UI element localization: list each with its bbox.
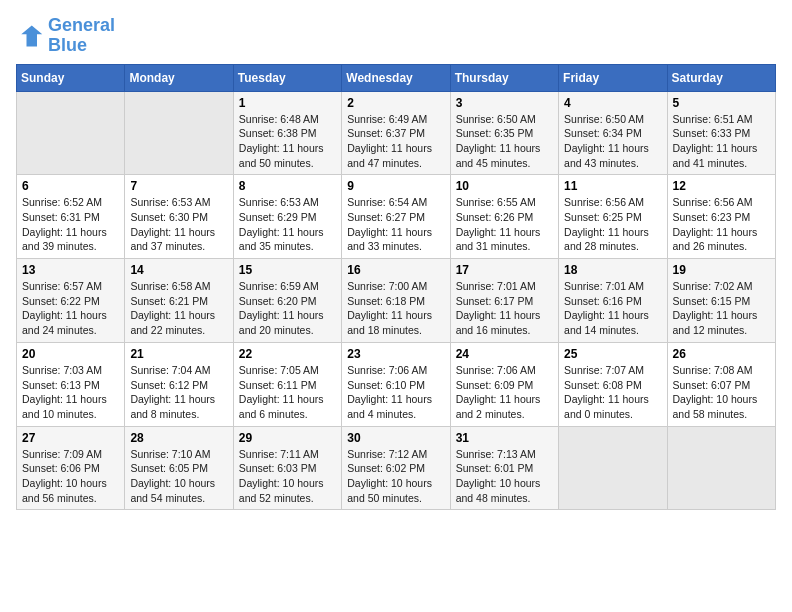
day-number: 4 — [564, 96, 661, 110]
calendar-cell — [667, 426, 775, 510]
calendar-cell: 30Sunrise: 7:12 AMSunset: 6:02 PMDayligh… — [342, 426, 450, 510]
calendar-cell: 6Sunrise: 6:52 AMSunset: 6:31 PMDaylight… — [17, 175, 125, 259]
calendar-cell: 4Sunrise: 6:50 AMSunset: 6:34 PMDaylight… — [559, 91, 667, 175]
calendar-cell: 19Sunrise: 7:02 AMSunset: 6:15 PMDayligh… — [667, 259, 775, 343]
calendar-cell: 23Sunrise: 7:06 AMSunset: 6:10 PMDayligh… — [342, 342, 450, 426]
day-number: 19 — [673, 263, 770, 277]
calendar-cell — [17, 91, 125, 175]
calendar-cell: 28Sunrise: 7:10 AMSunset: 6:05 PMDayligh… — [125, 426, 233, 510]
day-number: 5 — [673, 96, 770, 110]
day-number: 25 — [564, 347, 661, 361]
calendar-cell: 2Sunrise: 6:49 AMSunset: 6:37 PMDaylight… — [342, 91, 450, 175]
calendar-week-5: 27Sunrise: 7:09 AMSunset: 6:06 PMDayligh… — [17, 426, 776, 510]
calendar-cell: 8Sunrise: 6:53 AMSunset: 6:29 PMDaylight… — [233, 175, 341, 259]
logo: General Blue — [16, 16, 115, 56]
cell-content: Sunrise: 7:05 AMSunset: 6:11 PMDaylight:… — [239, 363, 336, 422]
calendar-header-row: SundayMondayTuesdayWednesdayThursdayFrid… — [17, 64, 776, 91]
header-cell-thursday: Thursday — [450, 64, 558, 91]
day-number: 13 — [22, 263, 119, 277]
cell-content: Sunrise: 7:01 AMSunset: 6:17 PMDaylight:… — [456, 279, 553, 338]
day-number: 6 — [22, 179, 119, 193]
cell-content: Sunrise: 6:50 AMSunset: 6:35 PMDaylight:… — [456, 112, 553, 171]
cell-content: Sunrise: 6:53 AMSunset: 6:29 PMDaylight:… — [239, 195, 336, 254]
calendar-cell: 16Sunrise: 7:00 AMSunset: 6:18 PMDayligh… — [342, 259, 450, 343]
calendar-cell: 12Sunrise: 6:56 AMSunset: 6:23 PMDayligh… — [667, 175, 775, 259]
calendar-cell: 7Sunrise: 6:53 AMSunset: 6:30 PMDaylight… — [125, 175, 233, 259]
calendar-table: SundayMondayTuesdayWednesdayThursdayFrid… — [16, 64, 776, 511]
calendar-cell: 14Sunrise: 6:58 AMSunset: 6:21 PMDayligh… — [125, 259, 233, 343]
calendar-cell: 27Sunrise: 7:09 AMSunset: 6:06 PMDayligh… — [17, 426, 125, 510]
header-cell-tuesday: Tuesday — [233, 64, 341, 91]
cell-content: Sunrise: 7:13 AMSunset: 6:01 PMDaylight:… — [456, 447, 553, 506]
day-number: 10 — [456, 179, 553, 193]
day-number: 21 — [130, 347, 227, 361]
header-cell-monday: Monday — [125, 64, 233, 91]
day-number: 7 — [130, 179, 227, 193]
cell-content: Sunrise: 6:54 AMSunset: 6:27 PMDaylight:… — [347, 195, 444, 254]
cell-content: Sunrise: 6:56 AMSunset: 6:25 PMDaylight:… — [564, 195, 661, 254]
cell-content: Sunrise: 7:03 AMSunset: 6:13 PMDaylight:… — [22, 363, 119, 422]
calendar-week-2: 6Sunrise: 6:52 AMSunset: 6:31 PMDaylight… — [17, 175, 776, 259]
calendar-cell: 15Sunrise: 6:59 AMSunset: 6:20 PMDayligh… — [233, 259, 341, 343]
day-number: 23 — [347, 347, 444, 361]
cell-content: Sunrise: 7:07 AMSunset: 6:08 PMDaylight:… — [564, 363, 661, 422]
day-number: 8 — [239, 179, 336, 193]
calendar-cell: 26Sunrise: 7:08 AMSunset: 6:07 PMDayligh… — [667, 342, 775, 426]
day-number: 11 — [564, 179, 661, 193]
day-number: 28 — [130, 431, 227, 445]
day-number: 20 — [22, 347, 119, 361]
calendar-cell: 21Sunrise: 7:04 AMSunset: 6:12 PMDayligh… — [125, 342, 233, 426]
cell-content: Sunrise: 7:12 AMSunset: 6:02 PMDaylight:… — [347, 447, 444, 506]
calendar-cell: 5Sunrise: 6:51 AMSunset: 6:33 PMDaylight… — [667, 91, 775, 175]
calendar-week-1: 1Sunrise: 6:48 AMSunset: 6:38 PMDaylight… — [17, 91, 776, 175]
calendar-cell: 31Sunrise: 7:13 AMSunset: 6:01 PMDayligh… — [450, 426, 558, 510]
calendar-cell: 18Sunrise: 7:01 AMSunset: 6:16 PMDayligh… — [559, 259, 667, 343]
day-number: 12 — [673, 179, 770, 193]
calendar-cell: 17Sunrise: 7:01 AMSunset: 6:17 PMDayligh… — [450, 259, 558, 343]
cell-content: Sunrise: 6:50 AMSunset: 6:34 PMDaylight:… — [564, 112, 661, 171]
calendar-week-3: 13Sunrise: 6:57 AMSunset: 6:22 PMDayligh… — [17, 259, 776, 343]
day-number: 9 — [347, 179, 444, 193]
logo-icon — [16, 22, 44, 50]
cell-content: Sunrise: 6:57 AMSunset: 6:22 PMDaylight:… — [22, 279, 119, 338]
day-number: 1 — [239, 96, 336, 110]
cell-content: Sunrise: 6:56 AMSunset: 6:23 PMDaylight:… — [673, 195, 770, 254]
day-number: 24 — [456, 347, 553, 361]
header-cell-sunday: Sunday — [17, 64, 125, 91]
page-header: General Blue — [16, 16, 776, 56]
day-number: 22 — [239, 347, 336, 361]
day-number: 16 — [347, 263, 444, 277]
calendar-cell: 3Sunrise: 6:50 AMSunset: 6:35 PMDaylight… — [450, 91, 558, 175]
calendar-cell — [559, 426, 667, 510]
header-cell-wednesday: Wednesday — [342, 64, 450, 91]
day-number: 29 — [239, 431, 336, 445]
cell-content: Sunrise: 6:49 AMSunset: 6:37 PMDaylight:… — [347, 112, 444, 171]
calendar-cell — [125, 91, 233, 175]
header-cell-friday: Friday — [559, 64, 667, 91]
day-number: 3 — [456, 96, 553, 110]
calendar-cell: 24Sunrise: 7:06 AMSunset: 6:09 PMDayligh… — [450, 342, 558, 426]
calendar-cell: 20Sunrise: 7:03 AMSunset: 6:13 PMDayligh… — [17, 342, 125, 426]
day-number: 17 — [456, 263, 553, 277]
cell-content: Sunrise: 7:01 AMSunset: 6:16 PMDaylight:… — [564, 279, 661, 338]
day-number: 26 — [673, 347, 770, 361]
cell-content: Sunrise: 6:58 AMSunset: 6:21 PMDaylight:… — [130, 279, 227, 338]
cell-content: Sunrise: 6:48 AMSunset: 6:38 PMDaylight:… — [239, 112, 336, 171]
cell-content: Sunrise: 7:10 AMSunset: 6:05 PMDaylight:… — [130, 447, 227, 506]
day-number: 18 — [564, 263, 661, 277]
cell-content: Sunrise: 6:53 AMSunset: 6:30 PMDaylight:… — [130, 195, 227, 254]
cell-content: Sunrise: 7:08 AMSunset: 6:07 PMDaylight:… — [673, 363, 770, 422]
calendar-cell: 25Sunrise: 7:07 AMSunset: 6:08 PMDayligh… — [559, 342, 667, 426]
calendar-cell: 9Sunrise: 6:54 AMSunset: 6:27 PMDaylight… — [342, 175, 450, 259]
cell-content: Sunrise: 7:00 AMSunset: 6:18 PMDaylight:… — [347, 279, 444, 338]
calendar-cell: 11Sunrise: 6:56 AMSunset: 6:25 PMDayligh… — [559, 175, 667, 259]
cell-content: Sunrise: 7:06 AMSunset: 6:10 PMDaylight:… — [347, 363, 444, 422]
calendar-week-4: 20Sunrise: 7:03 AMSunset: 6:13 PMDayligh… — [17, 342, 776, 426]
calendar-body: 1Sunrise: 6:48 AMSunset: 6:38 PMDaylight… — [17, 91, 776, 510]
calendar-cell: 10Sunrise: 6:55 AMSunset: 6:26 PMDayligh… — [450, 175, 558, 259]
cell-content: Sunrise: 7:09 AMSunset: 6:06 PMDaylight:… — [22, 447, 119, 506]
header-cell-saturday: Saturday — [667, 64, 775, 91]
cell-content: Sunrise: 6:59 AMSunset: 6:20 PMDaylight:… — [239, 279, 336, 338]
day-number: 2 — [347, 96, 444, 110]
logo-text: General Blue — [48, 16, 115, 56]
